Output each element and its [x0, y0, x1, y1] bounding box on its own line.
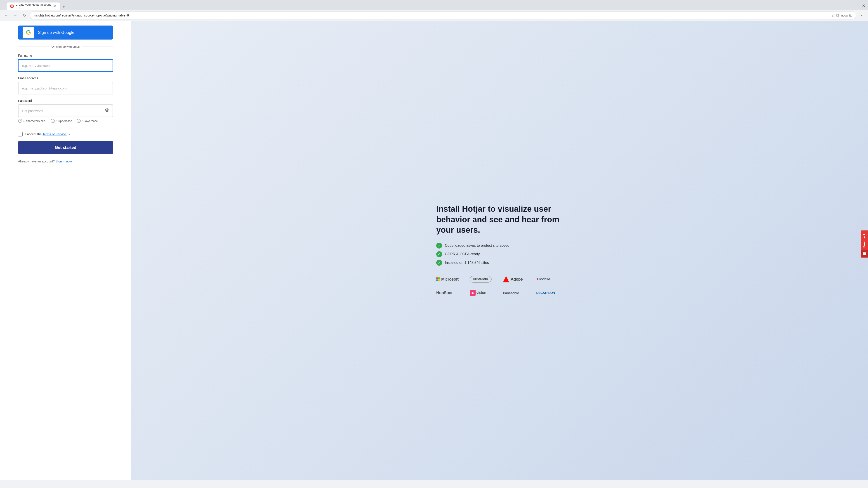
active-tab[interactable]: H Create your Hotjar account - H... ✕: [6, 2, 61, 10]
back-button[interactable]: ←: [3, 12, 10, 19]
feedback-wrapper: Feedback: [861, 230, 868, 258]
logo-nintendo: Nintendo: [470, 275, 496, 284]
new-tab-button[interactable]: +: [61, 4, 67, 10]
feature-check-icon-1: ✓: [436, 251, 442, 257]
terms-link[interactable]: Terms of Service: [42, 132, 67, 136]
email-label: Email address: [18, 76, 113, 80]
browser-chrome: H Create your Hotjar account - H... ✕ + …: [0, 0, 868, 21]
email-input[interactable]: [18, 82, 113, 94]
terms-text: I accept the Terms of Service ↗: [25, 132, 70, 136]
email-group: Email address: [18, 76, 113, 94]
page-content: G Sign up with Google Or, sign up with e…: [0, 21, 868, 480]
divider-text: Or, sign up with email: [52, 45, 80, 48]
get-started-label: Get started: [55, 145, 76, 150]
hint-chars: ✓ 8 characters min.: [18, 119, 46, 123]
feature-item-2: ✓ Installed on 1,148,546 sites: [436, 260, 563, 266]
maximize-button[interactable]: □: [856, 4, 858, 8]
password-hints: ✓ 8 characters min. ✓ 1 uppercase ✓ 1 lo…: [18, 119, 113, 123]
logo-hubspot: HubSpot: [436, 288, 463, 297]
svg-text:H: H: [11, 5, 13, 8]
feedback-chat-icon: [863, 252, 866, 256]
full-name-input[interactable]: [18, 59, 113, 72]
hint-lowercase-check: ✓: [76, 119, 81, 123]
feature-item-1: ✓ GDPR & CCPA-ready: [436, 251, 563, 257]
logo-invision: in vision: [470, 288, 496, 297]
form-panel: G Sign up with Google Or, sign up with e…: [0, 21, 131, 480]
logo-decathlon: DECATHLON: [536, 288, 563, 297]
nintendo-badge: Nintendo: [470, 276, 492, 283]
ms-sq-yellow: [438, 280, 440, 281]
address-bar[interactable]: insights.hotjar.com/register?signup_sour…: [30, 11, 856, 20]
ms-sq-green: [438, 278, 440, 279]
feedback-icon[interactable]: [861, 250, 868, 258]
logo-adobe: Adobe: [503, 275, 530, 284]
divider-line-left: [18, 46, 49, 47]
google-logo: G: [23, 27, 34, 38]
password-label: Password: [18, 99, 113, 103]
feature-list: ✓ Code loaded async to protect site spee…: [436, 242, 563, 266]
tmobile-mobile: Mobile: [539, 277, 550, 281]
ms-sq-red: [436, 278, 438, 279]
tab-close-button[interactable]: ✕: [53, 4, 57, 8]
address-bar-icons: ☆ □ Incognito: [832, 13, 852, 18]
password-group: Password ✓ 8 characters min. ✓: [18, 99, 113, 123]
tab-title: Create your Hotjar account - H...: [16, 3, 52, 10]
hint-chars-check: ✓: [18, 119, 22, 123]
signin-row: Already have an account? Sign in now.: [18, 160, 113, 163]
hubspot-label: HubSpot: [436, 291, 452, 295]
svg-point-2: [107, 109, 108, 111]
or-divider: Or, sign up with email: [18, 45, 113, 48]
browser-titlebar: H Create your Hotjar account - H... ✕ + …: [0, 0, 868, 10]
tab-favicon: H: [10, 4, 14, 8]
external-link-icon: ↗: [68, 133, 70, 136]
google-signup-button[interactable]: G Sign up with Google: [18, 26, 113, 39]
extensions-icon[interactable]: □: [837, 13, 839, 18]
feedback-label: Feedback: [863, 233, 866, 248]
browser-toolbar: ← → ↻ insights.hotjar.com/register?signu…: [0, 10, 868, 21]
invision-icon: in: [470, 290, 475, 296]
terms-checkbox[interactable]: [18, 132, 23, 136]
refresh-button[interactable]: ↻: [21, 12, 28, 19]
bookmark-icon[interactable]: ☆: [832, 13, 835, 18]
signin-prompt: Already have an account?: [18, 160, 55, 163]
logo-grid: Microsoft Nintendo Adobe: [436, 275, 563, 297]
signin-link[interactable]: Sign in now.: [56, 160, 73, 163]
signin-link-text: Sign in now.: [56, 160, 73, 163]
tab-bar: H Create your Hotjar account - H... ✕ +: [4, 2, 69, 10]
get-started-button[interactable]: Get started: [18, 141, 113, 154]
feature-check-icon-0: ✓: [436, 242, 442, 249]
right-content: Install Hotjar to visualize user behavio…: [436, 204, 563, 297]
full-name-label: Full name: [18, 54, 113, 57]
feature-text-2: Installed on 1,148,546 sites: [445, 261, 489, 265]
google-g-letter: G: [26, 29, 31, 36]
password-wrapper: [18, 104, 113, 117]
logo-panasonic: Panasonic: [503, 288, 530, 297]
minimize-button[interactable]: ─: [849, 4, 852, 8]
panasonic-label: Panasonic: [503, 291, 519, 295]
logo-tmobile: T · Mobile: [536, 275, 563, 284]
invision-label: vision: [476, 291, 486, 295]
terms-prefix: I accept the: [25, 132, 41, 136]
decathlon-label: DECATHLON: [536, 291, 555, 295]
terms-row: I accept the Terms of Service ↗: [18, 132, 113, 136]
forward-button[interactable]: →: [12, 12, 19, 19]
feature-check-icon-2: ✓: [436, 260, 442, 266]
adobe-label: Adobe: [510, 277, 523, 282]
password-input[interactable]: [18, 104, 113, 117]
adobe-icon: [503, 276, 509, 283]
browser-menu-button[interactable]: ⋮: [858, 12, 865, 19]
right-headline: Install Hotjar to visualize user behavio…: [436, 204, 563, 235]
tmobile-label: T: [536, 277, 538, 281]
google-signup-label: Sign up with Google: [38, 30, 74, 35]
hint-lowercase: ✓ 1 lowercase: [76, 119, 98, 123]
microsoft-grid-icon: [436, 278, 440, 281]
hint-uppercase-text: 1 uppercase: [56, 119, 72, 123]
incognito-label: Incognito: [840, 14, 852, 17]
terms-link-text: Terms of Service: [42, 132, 66, 136]
close-window-button[interactable]: ✕: [862, 3, 865, 8]
logo-microsoft: Microsoft: [436, 275, 463, 284]
feature-item-0: ✓ Code loaded async to protect site spee…: [436, 242, 563, 249]
password-toggle-icon[interactable]: [105, 108, 110, 113]
microsoft-label: Microsoft: [441, 277, 459, 282]
feedback-tab[interactable]: Feedback: [861, 230, 868, 250]
